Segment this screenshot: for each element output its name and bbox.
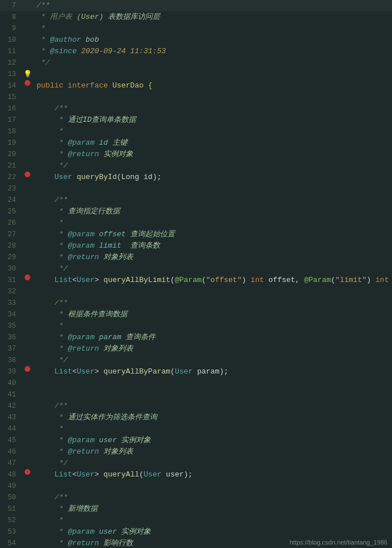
- code-line: 30 */: [0, 263, 392, 275]
- code-text: /**: [34, 0, 392, 11]
- code-text: /**: [34, 194, 392, 206]
- code-line: 28 * @param limit 查询条数: [0, 240, 392, 252]
- code-line: 9 *: [0, 23, 392, 34]
- code-line: 51 * 新增数据: [0, 503, 392, 515]
- code-text: * 用户表 (User) 表数据库访问层: [34, 11, 392, 23]
- line-number: 31: [0, 275, 21, 286]
- line-number: 14: [0, 80, 21, 92]
- line-number: 46: [0, 446, 21, 458]
- code-text: */: [34, 355, 392, 366]
- line-number: 24: [0, 194, 21, 206]
- code-text: List<User> queryAll(User user);: [34, 469, 392, 481]
- code-line: 49: [0, 481, 392, 492]
- code-text: */: [34, 57, 392, 69]
- line-number: 50: [0, 492, 21, 503]
- code-line: 11 * @since 2020-09-24 11:31:53: [0, 46, 392, 57]
- code-line: 12 */: [0, 57, 392, 69]
- code-text: * @return 对象列表: [34, 343, 392, 355]
- code-line: 36 * @param param 查询条件: [0, 332, 392, 343]
- code-line: 10 * @author bob: [0, 34, 392, 46]
- line-number: 44: [0, 423, 21, 435]
- line-number: 22: [0, 172, 21, 183]
- lightbulb-icon[interactable]: 💡: [23, 69, 32, 80]
- line-number: 23: [0, 183, 21, 194]
- code-line: 18 *: [0, 126, 392, 137]
- gutter: [21, 275, 34, 280]
- code-line: 16 /**: [0, 103, 392, 114]
- code-text: * @param param 查询条件: [34, 332, 392, 343]
- line-number: 37: [0, 343, 21, 355]
- line-number: 29: [0, 252, 21, 263]
- line-number: 28: [0, 240, 21, 252]
- code-text: * @since 2020-09-24 11:31:53: [34, 46, 392, 57]
- code-text: *: [34, 126, 392, 137]
- code-line: 48 List<User> queryAll(User user);: [0, 469, 392, 481]
- code-text: */: [34, 263, 392, 275]
- code-text: *: [34, 320, 392, 332]
- gutter: [21, 469, 34, 475]
- breakpoint-indicator[interactable]: [25, 469, 30, 475]
- code-line: 34 * 根据条件查询数据: [0, 309, 392, 320]
- footer-url: https://blog.csdn.net/tiantang_1986: [285, 537, 392, 548]
- line-number: 9: [0, 23, 21, 34]
- line-number: 17: [0, 114, 21, 126]
- breakpoint-indicator[interactable]: [25, 275, 30, 280]
- code-line: 39 List<User> queryAllByParam(User param…: [0, 366, 392, 378]
- line-number: 49: [0, 481, 21, 492]
- code-line: 7/**: [0, 0, 392, 11]
- code-text: public interface UserDao {: [34, 80, 392, 92]
- code-text: * @param limit 查询条数: [34, 240, 392, 252]
- line-number: 15: [0, 92, 21, 103]
- code-line: 53 * @param user 实例对象: [0, 526, 392, 538]
- line-number: 48: [0, 469, 21, 481]
- line-number: 32: [0, 286, 21, 297]
- code-line: 29 * @return 对象列表: [0, 252, 392, 263]
- code-text: List<User> queryAllByLimit(@Param("offse…: [34, 275, 392, 286]
- code-line: 19 * @param id 主键: [0, 137, 392, 149]
- code-text: * 通过ID查询单条数据: [34, 114, 392, 126]
- code-text: */: [34, 458, 392, 469]
- code-line: 25 * 查询指定行数据: [0, 206, 392, 217]
- code-line: 33 /**: [0, 297, 392, 309]
- line-number: 54: [0, 538, 21, 548]
- line-number: 43: [0, 412, 21, 423]
- code-line: 45 * @param user 实例对象: [0, 435, 392, 446]
- line-number: 25: [0, 206, 21, 217]
- code-line: 23: [0, 183, 392, 194]
- code-text: List<User> queryAllByParam(User param);: [34, 366, 392, 378]
- line-number: 13: [0, 69, 21, 80]
- code-line: 24 /**: [0, 194, 392, 206]
- line-number: 8: [0, 11, 21, 23]
- code-text: *: [34, 515, 392, 526]
- code-text: * 根据条件查询数据: [34, 309, 392, 320]
- code-text: * @return 对象列表: [34, 446, 392, 458]
- code-line: 42 /**: [0, 400, 392, 412]
- line-number: 21: [0, 160, 21, 172]
- breakpoint-indicator[interactable]: [25, 80, 30, 86]
- line-number: 39: [0, 366, 21, 378]
- line-number: 12: [0, 57, 21, 69]
- line-number: 11: [0, 46, 21, 57]
- code-text: *: [34, 217, 392, 229]
- code-text: * @param user 实例对象: [34, 435, 392, 446]
- code-line: 40: [0, 378, 392, 389]
- breakpoint-indicator[interactable]: [25, 366, 30, 372]
- line-number: 26: [0, 217, 21, 229]
- line-number: 7: [0, 0, 21, 11]
- code-line: 17 * 通过ID查询单条数据: [0, 114, 392, 126]
- code-text: * @param offset 查询起始位置: [34, 229, 392, 240]
- code-text: * @param id 主键: [34, 137, 392, 149]
- line-number: 51: [0, 503, 21, 515]
- code-text: * 新增数据: [34, 503, 392, 515]
- line-number: 34: [0, 309, 21, 320]
- code-editor: 7/**8 * 用户表 (User) 表数据库访问层9 *10 * @autho…: [0, 0, 392, 548]
- code-line: 52 *: [0, 515, 392, 526]
- line-number: 53: [0, 526, 21, 538]
- code-line: 15: [0, 92, 392, 103]
- code-line: 41: [0, 389, 392, 400]
- line-number: 45: [0, 435, 21, 446]
- line-number: 36: [0, 332, 21, 343]
- line-number: 27: [0, 229, 21, 240]
- breakpoint-indicator[interactable]: [25, 172, 30, 177]
- gutter: [21, 80, 34, 86]
